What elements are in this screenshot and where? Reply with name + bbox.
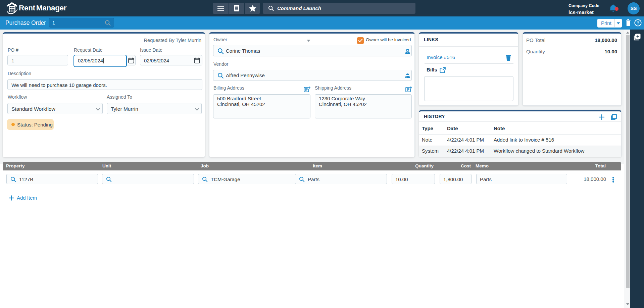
svg-text:?: ? xyxy=(637,20,639,25)
